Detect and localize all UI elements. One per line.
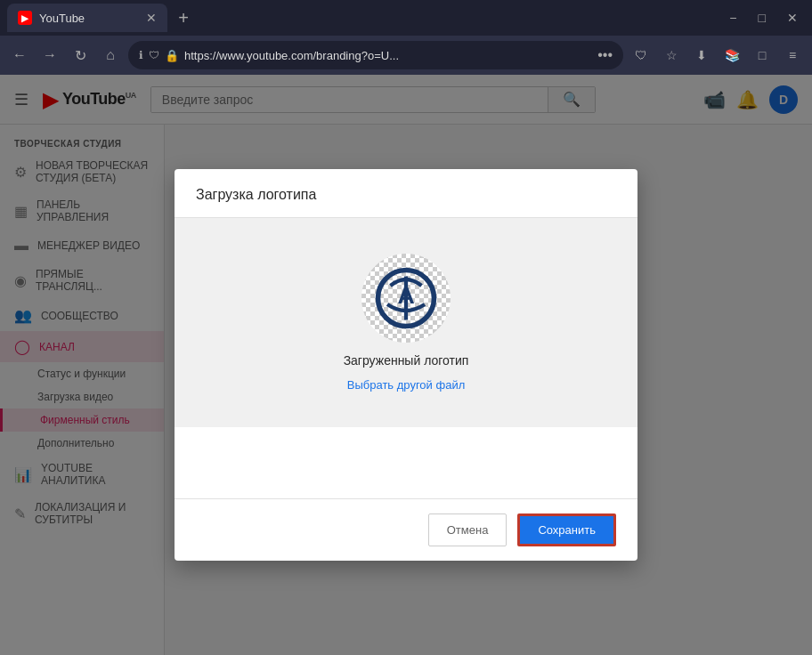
dialog-actions: Отмена Сохранить bbox=[175, 498, 637, 561]
choose-file-link[interactable]: Выбрать другой файл bbox=[347, 378, 465, 392]
logo-image: A bbox=[375, 267, 437, 329]
browser-window: ▶ YouTube ✕ + − □ ✕ ← → ↻ ⌂ ℹ 🛡 🔒 https:… bbox=[0, 0, 812, 655]
minimize-button[interactable]: − bbox=[722, 7, 743, 28]
cancel-button[interactable]: Отмена bbox=[428, 513, 508, 546]
title-bar: ▶ YouTube ✕ + − □ ✕ bbox=[0, 0, 812, 36]
nav-right-buttons: 🛡 ☆ ⬇ 📚 □ ≡ bbox=[629, 43, 805, 68]
sync-icon[interactable]: □ bbox=[750, 43, 775, 68]
tab-close-button[interactable]: ✕ bbox=[146, 11, 157, 25]
logo-preview: A bbox=[361, 254, 451, 343]
dialog-overlay: Загрузка логотипа A Загруженный лого bbox=[0, 75, 812, 655]
tab-favicon: ▶ bbox=[18, 11, 32, 25]
address-url: https://www.youtube.com/branding?o=U... bbox=[184, 49, 585, 62]
address-bar[interactable]: ℹ 🛡 🔒 https://www.youtube.com/branding?o… bbox=[128, 41, 623, 69]
svg-text:A: A bbox=[397, 282, 414, 309]
address-lock-icon: 🔒 bbox=[165, 49, 179, 62]
back-button[interactable]: ← bbox=[7, 43, 32, 68]
dialog-body: A Загруженный логотип Выбрать другой фай… bbox=[175, 218, 637, 427]
home-button[interactable]: ⌂ bbox=[98, 43, 123, 68]
maximize-button[interactable]: □ bbox=[751, 7, 773, 28]
upload-logo-dialog: Загрузка логотипа A Загруженный лого bbox=[175, 169, 637, 561]
browser-menu-icon[interactable]: ≡ bbox=[780, 43, 805, 68]
forward-button[interactable]: → bbox=[37, 43, 62, 68]
close-button[interactable]: ✕ bbox=[780, 7, 805, 28]
tab-title: YouTube bbox=[39, 12, 139, 25]
new-tab-button[interactable]: + bbox=[171, 5, 196, 30]
refresh-button[interactable]: ↻ bbox=[68, 43, 93, 68]
dialog-footer-area bbox=[175, 427, 637, 498]
navigation-bar: ← → ↻ ⌂ ℹ 🛡 🔒 https://www.youtube.com/br… bbox=[0, 36, 812, 75]
shield-icon[interactable]: 🛡 bbox=[629, 43, 654, 68]
address-more-button[interactable]: ••• bbox=[597, 47, 613, 63]
download-icon[interactable]: ⬇ bbox=[689, 43, 714, 68]
page-content: ☰ ▶ YouTubeUA 🔍 📹 🔔 D ТВОРЧЕСКАЯ СТУДИЯ bbox=[0, 75, 812, 655]
dialog-header: Загрузка логотипа bbox=[175, 169, 637, 218]
browser-tab[interactable]: ▶ YouTube ✕ bbox=[7, 4, 167, 32]
window-controls: − □ ✕ bbox=[722, 7, 805, 28]
save-button[interactable]: Сохранить bbox=[517, 513, 616, 546]
address-info-icon: ℹ bbox=[139, 49, 143, 61]
star-icon[interactable]: ☆ bbox=[659, 43, 684, 68]
dialog-title: Загрузка логотипа bbox=[196, 187, 316, 202]
dialog-logo-label: Загруженный логотип bbox=[344, 353, 469, 368]
bookmarks-icon[interactable]: 📚 bbox=[719, 43, 744, 68]
address-shield-icon: 🛡 bbox=[149, 49, 159, 61]
